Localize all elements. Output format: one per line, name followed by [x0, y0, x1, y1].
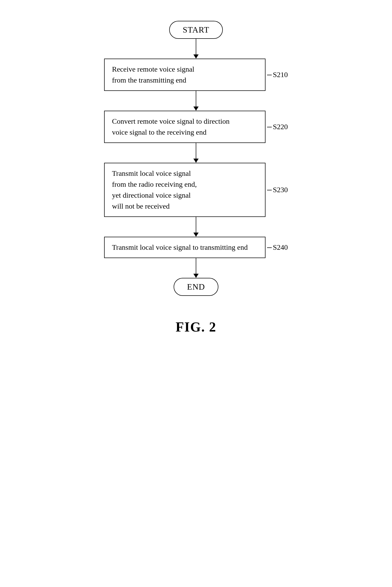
step-s230-box: Transmit local voice signalfrom the radi…	[104, 163, 265, 217]
step-s230-label: S230	[273, 186, 288, 194]
step-s210-box: Receive remote voice signalfrom the tran…	[104, 59, 265, 91]
end-oval: END	[174, 278, 219, 296]
figure-caption: FIG. 2	[176, 319, 216, 335]
step-s240-wrapper: Transmit local voice signal to transmitt…	[104, 237, 288, 258]
step-s220-wrapper: Convert remote voice signal to direction…	[104, 111, 288, 143]
step-s240-box: Transmit local voice signal to transmitt…	[104, 237, 265, 258]
step-s230-wrapper: Transmit local voice signalfrom the radi…	[104, 163, 288, 217]
step-s220-label: S220	[273, 123, 288, 131]
step-s220-box: Convert remote voice signal to direction…	[104, 111, 265, 143]
start-oval: START	[169, 21, 223, 39]
arrow-4	[193, 217, 199, 237]
step-s210-wrapper: Receive remote voice signalfrom the tran…	[104, 59, 288, 91]
flowchart: START Receive remote voice signalfrom th…	[79, 21, 313, 296]
arrow-3	[193, 143, 199, 163]
step-s240-label: S240	[273, 243, 288, 252]
arrow-1	[193, 39, 199, 59]
arrow-2	[193, 91, 199, 111]
arrow-5	[193, 258, 199, 278]
diagram-container: START Receive remote voice signalfrom th…	[0, 0, 392, 587]
step-s210-label: S210	[273, 71, 288, 79]
